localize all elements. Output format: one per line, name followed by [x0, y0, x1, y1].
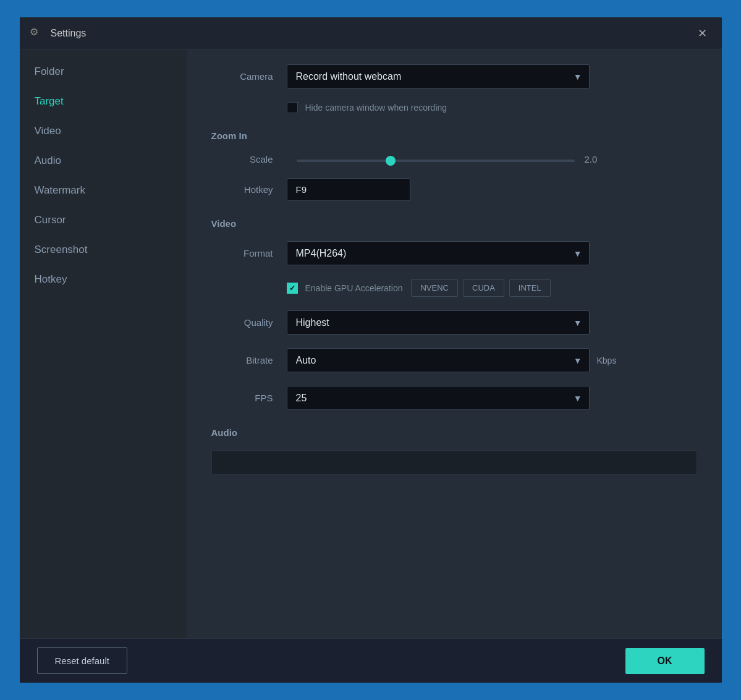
format-label: Format: [211, 248, 273, 258]
format-row: Format MP4(H264) MP4(H265) AVI MOV GIF ▼: [211, 241, 697, 265]
gpu-cuda-button[interactable]: CUDA: [463, 279, 504, 297]
hotkey-row: Hotkey: [211, 178, 697, 201]
bitrate-row: Bitrate Auto 500 1000 2000 4000 8000 ▼ K…: [211, 348, 697, 372]
quality-row: Quality Highest High Medium Low ▼: [211, 310, 697, 335]
camera-row: Camera Record without webcam Default Cam…: [211, 64, 697, 88]
quality-select[interactable]: Highest High Medium Low: [287, 310, 590, 335]
format-select[interactable]: MP4(H264) MP4(H265) AVI MOV GIF: [287, 241, 590, 265]
sidebar-item-audio[interactable]: Audio: [20, 146, 187, 176]
settings-window: ⚙ Settings ✕ Folder Target Video Audio W…: [19, 16, 723, 684]
bitrate-unit: Kbps: [597, 356, 617, 365]
audio-section-label: Audio: [211, 427, 697, 438]
quality-select-wrapper: Highest High Medium Low ▼: [287, 310, 590, 335]
camera-select-wrapper: Record without webcam Default Camera USB…: [287, 64, 590, 88]
titlebar: ⚙ Settings ✕: [20, 17, 722, 49]
sidebar-item-watermark[interactable]: Watermark: [20, 176, 187, 205]
format-select-wrapper: MP4(H264) MP4(H265) AVI MOV GIF ▼: [287, 241, 590, 265]
bitrate-select-wrapper: Auto 500 1000 2000 4000 8000 ▼: [287, 348, 590, 372]
settings-icon: ⚙: [30, 26, 44, 41]
sidebar-item-video[interactable]: Video: [20, 116, 187, 146]
hide-camera-checkbox[interactable]: [287, 102, 298, 113]
sidebar-item-folder[interactable]: Folder: [20, 57, 187, 87]
gpu-label: Enable GPU Acceleration: [305, 283, 403, 293]
scale-slider[interactable]: [297, 160, 575, 162]
bitrate-label: Bitrate: [211, 355, 273, 365]
reset-button[interactable]: Reset default: [37, 647, 127, 674]
content-scroll[interactable]: Camera Record without webcam Default Cam…: [187, 49, 722, 638]
ok-button[interactable]: OK: [625, 648, 705, 674]
scale-row: Scale 2.0: [211, 153, 697, 164]
hide-camera-label: Hide camera window when recording: [305, 103, 447, 113]
gpu-intel-button[interactable]: INTEL: [509, 279, 551, 297]
gpu-checkbox[interactable]: [287, 283, 298, 294]
scale-label: Scale: [211, 154, 273, 164]
camera-select[interactable]: Record without webcam Default Camera USB…: [287, 64, 590, 88]
content-area: Camera Record without webcam Default Cam…: [187, 49, 722, 638]
video-section-label: Video: [211, 218, 697, 229]
sidebar-item-screenshot[interactable]: Screenshot: [20, 235, 187, 265]
sidebar: Folder Target Video Audio Watermark Curs…: [20, 49, 187, 638]
fps-label: FPS: [211, 393, 273, 403]
window-title: Settings: [51, 28, 693, 39]
fps-select-wrapper: 15 20 24 25 30 60 ▼: [287, 386, 590, 410]
audio-content-placeholder: [211, 450, 697, 475]
bitrate-select[interactable]: Auto 500 1000 2000 4000 8000: [287, 348, 590, 372]
scale-value: 2.0: [585, 154, 609, 164]
gpu-nvenc-button[interactable]: NVENC: [411, 279, 458, 297]
sidebar-item-cursor[interactable]: Cursor: [20, 205, 187, 235]
zoom-section-label: Zoom In: [211, 130, 697, 141]
quality-label: Quality: [211, 317, 273, 328]
main-content: Folder Target Video Audio Watermark Curs…: [20, 49, 722, 638]
bottom-spacer: [211, 485, 697, 522]
gpu-row: Enable GPU Acceleration NVENC CUDA INTEL: [287, 279, 697, 297]
close-button[interactable]: ✕: [693, 25, 712, 41]
sidebar-item-hotkey[interactable]: Hotkey: [20, 265, 187, 294]
gpu-buttons-group: NVENC CUDA INTEL: [411, 279, 550, 297]
fps-select[interactable]: 15 20 24 25 30 60: [287, 386, 590, 410]
hide-camera-row: Hide camera window when recording: [287, 102, 697, 113]
hotkey-label: Hotkey: [211, 184, 273, 195]
fps-row: FPS 15 20 24 25 30 60 ▼: [211, 386, 697, 410]
sidebar-item-target[interactable]: Target: [20, 87, 187, 116]
hotkey-input[interactable]: [287, 178, 410, 201]
camera-label: Camera: [211, 71, 273, 82]
footer: Reset default OK: [20, 638, 722, 683]
